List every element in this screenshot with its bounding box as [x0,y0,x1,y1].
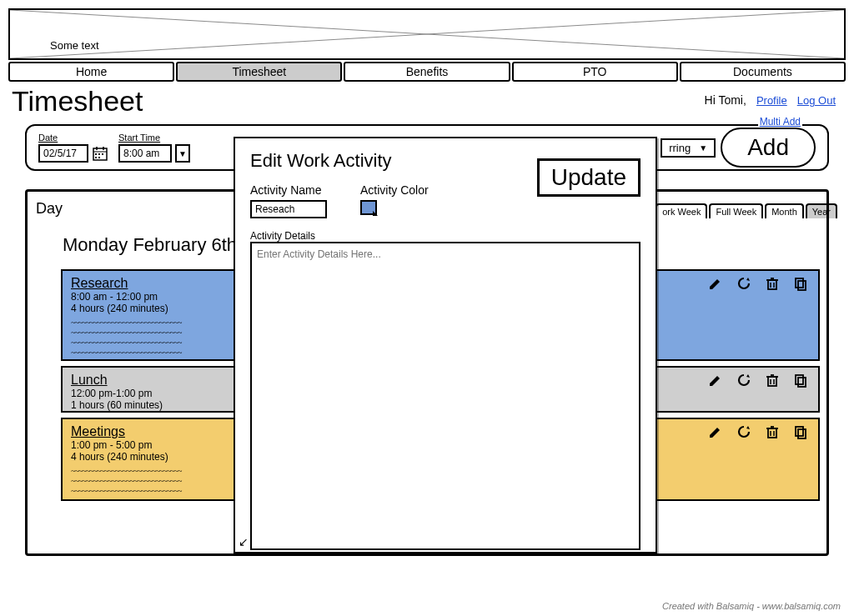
refresh-icon[interactable] [736,373,751,388]
page-title: Timesheet [12,85,143,118]
tab-documents[interactable]: Documents [680,62,846,82]
tab-benefits[interactable]: Benefits [344,62,510,82]
logout-link[interactable]: Log Out [797,94,836,107]
svg-rect-18 [768,377,776,386]
tab-home[interactable]: Home [8,62,174,82]
main-nav: Home Timesheet Benefits PTO Documents [8,62,846,82]
svg-rect-25 [768,428,776,438]
activity-color-swatch[interactable] [360,200,377,215]
refresh-icon[interactable] [736,276,751,291]
svg-rect-16 [796,278,803,288]
header-user-area: Hi Tomi, Profile Log Out [705,93,836,107]
activity-name-input[interactable] [250,200,327,218]
date-label: Date [38,133,108,143]
banner-cross-icon [10,10,844,58]
activity-details-input[interactable] [250,242,640,550]
trash-icon[interactable] [765,424,780,439]
svg-rect-8 [102,153,103,155]
recurring-label: rring [669,142,691,154]
entry-notes-placeholder: ~~~~~~~~~~~~~~~~~~~~~~~~~~~~~~~~~~~~~~~~… [71,318,238,358]
svg-rect-7 [98,153,100,155]
activity-color-label: Activity Color [360,183,429,197]
activity-color-block: Activity Color [360,183,429,218]
banner-text: Some text [50,39,99,52]
svg-rect-30 [796,427,803,436]
profile-link[interactable]: Profile [756,94,787,107]
activity-name-label: Activity Name [250,183,327,197]
copy-icon[interactable] [793,424,808,439]
calendar-icon[interactable] [92,145,108,162]
refresh-icon[interactable] [736,424,751,439]
copy-icon[interactable] [793,276,808,291]
date-field-block: Date [38,133,108,163]
footer-credit: Created with Balsamiq - www.balsamiq.com [662,601,841,611]
edit-icon[interactable] [708,276,723,291]
svg-rect-10 [98,157,100,158]
recurring-select[interactable]: rring ▼ [661,138,716,158]
chevron-down-icon: ▼ [696,143,711,153]
multi-add-link[interactable]: Multi Add [758,116,802,128]
svg-rect-6 [95,153,97,155]
svg-rect-31 [798,429,806,438]
resize-handle-icon[interactable]: ↙ [239,535,249,548]
entry-actions [708,424,808,439]
start-time-dropdown[interactable]: ▼ [175,144,190,163]
entry-notes-placeholder: ~~~~~~~~~~~~~~~~~~~~~~~~~~~~~~~~~~~~~~~~… [71,466,238,496]
start-time-label: Start Time [118,133,190,143]
update-button[interactable]: Update [537,158,640,197]
tab-pto[interactable]: PTO [512,62,678,82]
banner-placeholder: Some text [8,8,846,60]
start-time-field-block: Start Time ▼ [118,133,190,163]
copy-icon[interactable] [793,373,808,388]
entry-actions [708,276,808,291]
trash-icon[interactable] [765,276,780,291]
add-button[interactable]: Add [721,128,816,168]
date-input[interactable] [38,144,88,163]
edit-icon[interactable] [708,373,723,388]
svg-rect-24 [798,378,806,387]
greeting-text: Hi Tomi, [705,93,746,107]
activity-name-block: Activity Name [250,183,327,218]
edit-activity-modal: Edit Work Activity Update Activity Name … [234,137,657,553]
entry-actions [708,373,808,388]
start-time-input[interactable] [118,144,172,163]
activity-details-label: Activity Details [250,230,640,242]
svg-rect-17 [798,281,806,290]
svg-rect-9 [95,157,97,158]
svg-rect-11 [768,280,776,289]
edit-icon[interactable] [708,424,723,439]
svg-rect-23 [796,375,803,384]
tab-timesheet[interactable]: Timesheet [176,62,342,82]
trash-icon[interactable] [765,373,780,388]
